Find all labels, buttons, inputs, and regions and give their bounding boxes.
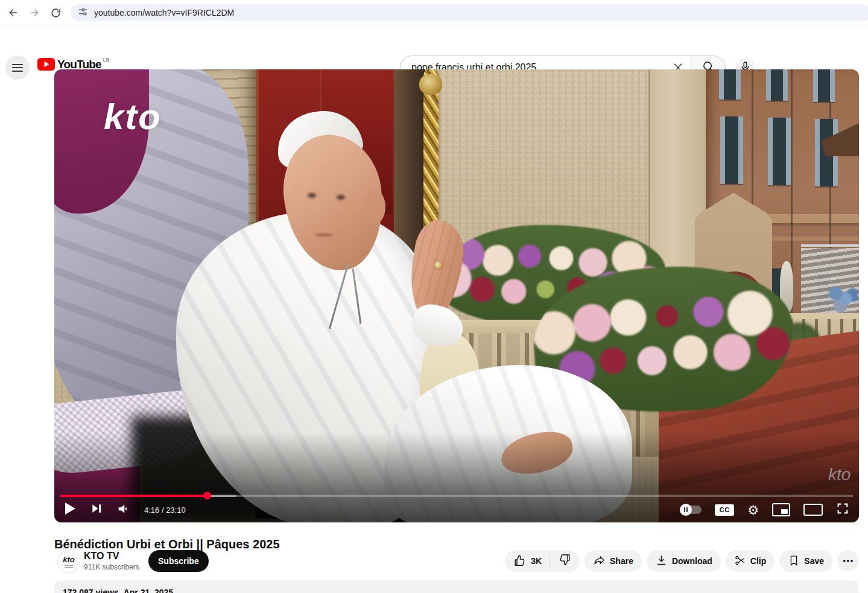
next-button[interactable]	[90, 503, 103, 517]
scrubber-handle[interactable]	[203, 492, 211, 499]
more-actions-button[interactable]: ⋯	[837, 550, 859, 572]
youtube-play-icon	[37, 58, 55, 73]
progress-bar[interactable]	[60, 495, 853, 497]
download-button[interactable]: Download	[647, 550, 721, 572]
address-bar[interactable]: youtube.com/watch?v=vIF9RICL2DM	[71, 4, 868, 21]
autoplay-toggle[interactable]	[681, 506, 702, 514]
video-title: Bénédiction Urbi et Orbi || Pâques 2025	[54, 538, 280, 551]
save-label: Save	[804, 556, 824, 566]
url-text[interactable]: youtube.com/watch?v=vIF9RICL2DM	[94, 8, 234, 17]
player-controls-left: 4:16 / 23:10	[64, 499, 186, 521]
bookmark-icon	[788, 554, 800, 568]
channel-avatar[interactable]: kto	[57, 550, 80, 573]
played-bar	[60, 495, 207, 497]
forward-icon[interactable]	[27, 5, 42, 20]
autoplay-pause-icon	[680, 504, 692, 516]
reload-icon[interactable]	[48, 5, 63, 20]
kto-watermark-top: kto	[104, 96, 162, 138]
video-player: kto kto 4:16 / 23:10 CC ⚙	[54, 69, 859, 522]
pope-eye-left	[308, 193, 316, 198]
channel-name[interactable]: KTO TV	[84, 551, 119, 562]
stands-railing	[801, 244, 859, 247]
action-buttons: 3K Share Download Clip	[505, 550, 859, 572]
pole-finial	[419, 74, 442, 95]
share-button[interactable]: Share	[584, 550, 642, 572]
thumbs-up-icon	[513, 554, 527, 569]
like-button[interactable]: 3K	[505, 550, 549, 572]
play-button[interactable]	[64, 501, 76, 518]
video-content[interactable]: kto kto	[54, 69, 859, 522]
thumbs-down-icon	[558, 553, 571, 569]
avatar-logo-text: kto	[63, 556, 75, 563]
share-label: Share	[610, 556, 633, 566]
browser-toolbar: youtube.com/watch?v=vIF9RICL2DM	[0, 0, 868, 25]
scissors-icon	[734, 554, 746, 568]
download-icon	[655, 554, 668, 568]
pope-ring	[434, 261, 442, 269]
dislike-button[interactable]	[550, 550, 580, 572]
menu-button[interactable]	[5, 55, 30, 80]
back-icon[interactable]	[6, 5, 21, 20]
player-controls-right: CC ⚙	[681, 499, 849, 521]
like-count: 3K	[531, 556, 542, 566]
subscribe-button[interactable]: Subscribe	[148, 550, 209, 572]
time-display: 4:16 / 23:10	[144, 506, 186, 515]
pope-mouth	[315, 233, 333, 236]
youtube-masthead: YouTube LB	[0, 25, 868, 59]
youtube-wordmark: YouTube	[57, 58, 101, 71]
save-button[interactable]: Save	[779, 550, 832, 572]
clip-label: Clip	[750, 556, 766, 566]
pope-eye-right	[337, 195, 345, 200]
spectators	[826, 279, 858, 314]
site-settings-icon[interactable]	[78, 7, 88, 19]
country-code: LB	[103, 57, 110, 63]
download-label: Download	[672, 556, 712, 566]
fullscreen-icon[interactable]	[836, 502, 849, 518]
volume-icon[interactable]	[117, 503, 130, 518]
like-dislike-group: 3K	[505, 550, 580, 572]
view-count: 172,087 views	[63, 588, 119, 593]
miniplayer-icon[interactable]	[772, 503, 790, 516]
share-icon	[593, 554, 606, 568]
subscriber-count: 911K subscribers	[84, 563, 139, 571]
settings-gear-icon[interactable]: ⚙	[747, 504, 759, 516]
description-box[interactable]: 172,087 viewsApr 21, 2025	[54, 580, 859, 593]
subtitles-button[interactable]: CC	[715, 504, 734, 516]
clip-button[interactable]: Clip	[726, 550, 775, 572]
pope-ear	[365, 190, 385, 224]
upload-date: Apr 21, 2025	[124, 588, 174, 593]
theater-mode-icon[interactable]	[803, 504, 823, 516]
avatar-logo-sub	[65, 565, 73, 568]
youtube-watch-page: youtube.com/watch?v=vIF9RICL2DM YouTube …	[0, 0, 868, 593]
